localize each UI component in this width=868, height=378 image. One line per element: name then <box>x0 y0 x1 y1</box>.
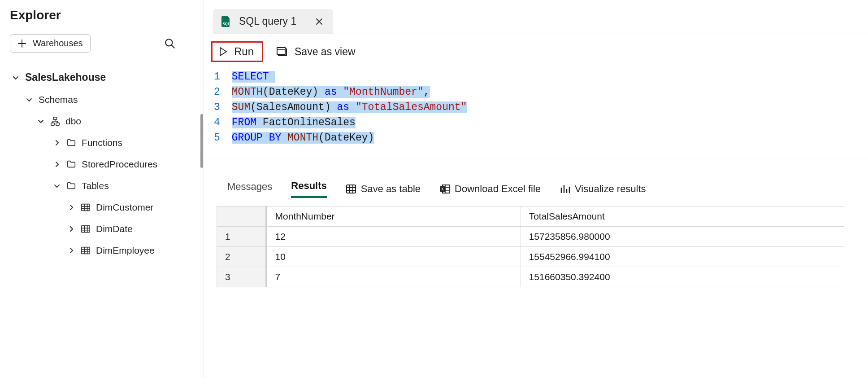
sql-editor[interactable]: 12345 SELECT MONTH(DateKey) as "MonthNum… <box>204 69 868 159</box>
chevron-down-icon <box>37 118 45 125</box>
editor-tabstrip: SQL SQL query 1 <box>204 0 868 34</box>
search-button[interactable] <box>162 36 178 51</box>
messages-tab[interactable]: Messages <box>227 181 272 197</box>
chevron-down-icon <box>12 74 20 81</box>
svg-rect-3 <box>56 123 59 126</box>
svg-rect-1 <box>53 117 56 120</box>
cell[interactable]: 10 <box>266 247 521 267</box>
cell[interactable]: 157235856.980000 <box>521 227 844 247</box>
sql-file-icon: SQL <box>221 16 231 27</box>
editor-tab[interactable]: SQL SQL query 1 <box>213 9 333 34</box>
rownum-cell: 1 <box>217 227 266 247</box>
tree-table-label: DimEmployee <box>96 245 155 256</box>
tree-lakehouse-label: SalesLakehouse <box>25 71 106 84</box>
cell[interactable]: 12 <box>266 227 521 247</box>
object-tree: SalesLakehouse Schemas dbo Functio <box>10 66 194 261</box>
chevron-right-icon <box>67 247 75 254</box>
visualize-results-button[interactable]: Visualize results <box>560 183 646 195</box>
explorer-panel: Explorer Warehouses SalesLakehouse Schem… <box>0 0 204 378</box>
folder-icon <box>66 138 76 148</box>
tree-schema-label: dbo <box>65 116 81 127</box>
results-tab[interactable]: Results <box>291 180 326 198</box>
download-excel-button[interactable]: X Download Excel file <box>439 183 541 195</box>
table-row[interactable]: 37151660350.392400 <box>217 267 844 287</box>
tree-table-label: DimDate <box>96 224 133 234</box>
svg-text:SQL: SQL <box>223 22 230 26</box>
tree-table-label: DimCustomer <box>96 202 153 213</box>
excel-icon: X <box>439 184 450 194</box>
add-warehouses-button[interactable]: Warehouses <box>10 34 91 53</box>
svg-text:X: X <box>441 187 444 191</box>
rownum-header <box>217 207 266 227</box>
explorer-title: Explorer <box>10 8 194 22</box>
results-grid-wrap: MonthNumberTotalSalesAmount 112157235856… <box>204 202 868 378</box>
svg-rect-4 <box>82 204 90 211</box>
table-icon <box>81 202 91 212</box>
editor-code[interactable]: SELECT MONTH(DateKey) as "MonthNumber",S… <box>232 69 467 145</box>
rownum-cell: 2 <box>217 247 266 267</box>
cell[interactable]: 155452966.994100 <box>521 247 844 267</box>
save-as-table-button[interactable]: Save as table <box>346 183 421 195</box>
chevron-right-icon <box>67 225 75 233</box>
tree-tables-label: Tables <box>82 180 109 191</box>
tree-table[interactable]: DimCustomer <box>10 197 194 218</box>
splitter-handle[interactable] <box>200 114 203 168</box>
save-as-view-icon <box>277 46 288 57</box>
editor-gutter: 12345 <box>214 69 232 145</box>
svg-rect-9 <box>277 48 285 54</box>
schema-icon <box>50 116 60 126</box>
rownum-cell: 3 <box>217 267 266 287</box>
run-button[interactable]: Run <box>211 41 263 62</box>
tree-schemas[interactable]: Schemas <box>10 89 194 110</box>
save-as-view-button[interactable]: Save as view <box>277 46 356 58</box>
results-grid[interactable]: MonthNumberTotalSalesAmount 112157235856… <box>217 206 844 287</box>
tree-functions[interactable]: Functions <box>10 132 194 154</box>
chevron-right-icon <box>53 161 61 168</box>
plus-icon <box>17 39 26 48</box>
table-row[interactable]: 112157235856.980000 <box>217 227 844 247</box>
svg-rect-6 <box>82 247 90 254</box>
run-label: Run <box>234 45 254 58</box>
visualize-results-label: Visualize results <box>575 183 646 195</box>
tree-tables[interactable]: Tables <box>10 175 194 197</box>
close-tab-button[interactable] <box>315 18 323 26</box>
column-header[interactable]: MonthNumber <box>266 207 521 227</box>
warehouses-label: Warehouses <box>33 38 83 48</box>
tree-functions-label: Functions <box>82 137 122 148</box>
cell[interactable]: 151660350.392400 <box>521 267 844 287</box>
search-icon <box>164 38 176 49</box>
column-header[interactable]: TotalSalesAmount <box>521 207 844 227</box>
tree-storedprocedures-label: StoredProcedures <box>82 159 157 170</box>
table-icon <box>81 246 91 255</box>
results-toolbar: Messages Results Save as table X Downloa… <box>204 159 868 202</box>
table-icon <box>81 224 91 234</box>
cell[interactable]: 7 <box>266 267 521 287</box>
svg-rect-10 <box>347 185 356 193</box>
chevron-right-icon <box>67 204 75 211</box>
table-row[interactable]: 210155452966.994100 <box>217 247 844 267</box>
svg-rect-5 <box>82 226 90 233</box>
save-as-view-label: Save as view <box>295 46 356 58</box>
save-as-table-label: Save as table <box>361 183 421 195</box>
tree-schemas-label: Schemas <box>39 94 78 105</box>
chevron-right-icon <box>53 139 61 146</box>
editor-tab-label: SQL query 1 <box>239 15 296 27</box>
main-panel: SQL SQL query 1 Run Save as view 12345 S… <box>204 0 868 378</box>
tree-schema-dbo[interactable]: dbo <box>10 110 194 132</box>
download-excel-label: Download Excel file <box>455 183 541 195</box>
editor-toolbar: Run Save as view <box>204 34 868 69</box>
svg-rect-2 <box>51 123 54 126</box>
chevron-down-icon <box>25 96 33 103</box>
tree-storedprocedures[interactable]: StoredProcedures <box>10 154 194 175</box>
folder-icon <box>66 159 76 169</box>
tree-table[interactable]: DimEmployee <box>10 240 194 261</box>
chart-icon <box>560 184 570 194</box>
chevron-down-icon <box>53 182 61 189</box>
tree-table[interactable]: DimDate <box>10 218 194 240</box>
folder-icon <box>66 181 76 191</box>
table-icon <box>346 184 356 194</box>
tree-lakehouse[interactable]: SalesLakehouse <box>10 66 194 89</box>
play-icon <box>219 47 228 57</box>
